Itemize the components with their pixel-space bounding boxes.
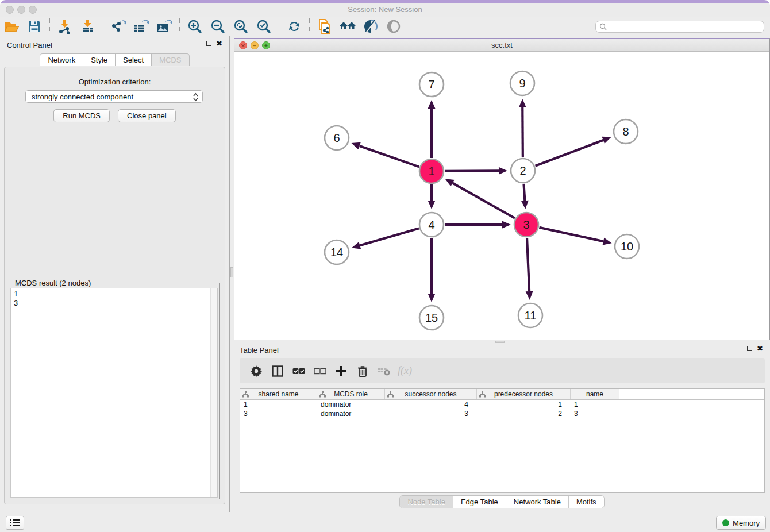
search-input[interactable] — [595, 21, 764, 33]
column-type-icon — [387, 391, 394, 398]
edge-arrowhead — [428, 201, 436, 209]
open-file-icon[interactable] — [0, 18, 23, 35]
tab-node-table[interactable]: Node Table — [400, 496, 453, 508]
memory-button[interactable]: Memory — [716, 516, 766, 530]
window-titlebar: Session: New Session — [0, 3, 770, 17]
zoom-in-icon[interactable] — [183, 18, 206, 35]
tab-select[interactable]: Select — [116, 53, 152, 66]
node-label: 4 — [428, 218, 434, 231]
vertical-splitter[interactable] — [230, 36, 234, 512]
select-all-columns-icon[interactable] — [288, 361, 309, 381]
edge-arrowhead — [526, 291, 533, 300]
memory-label: Memory — [733, 519, 760, 527]
export-table-icon[interactable] — [130, 18, 153, 35]
edge-arrowhead — [499, 167, 507, 175]
edge-2-9[interactable] — [522, 107, 523, 157]
network-canvas[interactable]: 7968124314101511 — [234, 52, 769, 340]
window-title: Session: New Session — [0, 5, 770, 14]
edge-4-14[interactable] — [360, 228, 419, 245]
column-header-shared-name[interactable]: shared name — [240, 389, 317, 399]
refresh-layout-icon[interactable] — [283, 18, 306, 35]
add-column-icon[interactable] — [330, 361, 352, 381]
mcds-result-line: 1 — [14, 290, 214, 299]
table-cell[interactable]: 1 — [477, 400, 571, 409]
edge-1-6[interactable] — [360, 146, 419, 167]
tab-network[interactable]: Network — [40, 53, 83, 66]
column-header-label: shared name — [258, 390, 298, 398]
edge-3-1[interactable] — [453, 183, 515, 218]
export-network-icon[interactable] — [107, 18, 130, 35]
table-panel: Table Panel ✖ — [234, 343, 770, 512]
column-type-icon — [479, 391, 486, 398]
table-cell[interactable]: 3 — [240, 409, 317, 418]
result-scrollbar[interactable] — [210, 288, 217, 497]
table-body: 1dominator4113dominator323 — [240, 400, 764, 418]
table-cell[interactable]: dominator — [317, 409, 385, 418]
tab-edge-table[interactable]: Edge Table — [453, 496, 506, 508]
network-window-titlebar[interactable]: ✕ − + scc.txt — [234, 39, 769, 52]
optimization-criterion-select[interactable]: strongly connected component — [25, 90, 203, 103]
edge-1-2[interactable] — [445, 171, 499, 171]
close-panel-icon[interactable]: ✖ — [757, 346, 763, 351]
table-cell[interactable]: 3 — [571, 409, 619, 418]
splitter-grip[interactable] — [230, 267, 233, 277]
table-cell[interactable]: 1 — [240, 400, 317, 409]
clone-network-icon[interactable] — [313, 18, 336, 35]
tab-mcds[interactable]: MCDS — [152, 53, 189, 66]
birds-eye-view-icon[interactable] — [382, 18, 405, 35]
network-home-icon[interactable] — [336, 18, 359, 35]
zoom-fit-icon[interactable] — [229, 18, 252, 35]
column-header-MCDS-role[interactable]: MCDS role — [317, 389, 385, 399]
close-panel-icon[interactable]: ✖ — [216, 41, 222, 46]
table-cell[interactable]: dominator — [317, 400, 385, 409]
show-columns-icon[interactable] — [267, 361, 288, 381]
table-row[interactable]: 3dominator323 — [240, 409, 764, 418]
table-cell[interactable]: 1 — [571, 400, 619, 409]
delete-columns-icon[interactable] — [352, 361, 373, 381]
apply-function-icon[interactable]: f(x) — [394, 361, 415, 381]
node-label: 6 — [333, 132, 340, 144]
save-session-icon[interactable] — [23, 18, 46, 35]
import-network-icon[interactable] — [53, 18, 76, 35]
close-panel-button[interactable]: Close panel — [118, 109, 176, 122]
node-table[interactable]: shared nameMCDS rolesuccessor nodesprede… — [240, 388, 765, 493]
unselect-all-columns-icon[interactable] — [309, 361, 330, 381]
float-panel-icon[interactable] — [206, 41, 211, 46]
tab-style[interactable]: Style — [83, 53, 116, 66]
edge-2-8[interactable] — [536, 140, 603, 166]
column-header-predecessor-nodes[interactable]: predecessor nodes — [477, 389, 571, 399]
column-type-icon — [319, 391, 326, 398]
fx-label: f(x) — [398, 365, 412, 377]
table-cell[interactable]: 4 — [385, 400, 477, 409]
node-label: 3 — [523, 218, 529, 231]
table-tabs: Node Table Edge Table Network Table Moti… — [234, 495, 770, 508]
edge-arrowhead — [351, 142, 360, 149]
table-settings-icon[interactable] — [245, 361, 267, 381]
column-header-successor-nodes[interactable]: successor nodes — [385, 389, 477, 399]
export-image-icon[interactable] — [153, 18, 176, 35]
import-table-icon[interactable] — [76, 18, 99, 35]
select-stepper-icon — [192, 92, 199, 102]
control-panel-title: Control Panel — [7, 41, 52, 49]
table-cell[interactable]: 2 — [477, 409, 571, 418]
node-label: 11 — [525, 309, 537, 322]
graphics-details-icon[interactable] — [359, 18, 382, 35]
table-cell[interactable]: 3 — [385, 409, 477, 418]
tab-motifs[interactable]: Motifs — [568, 496, 604, 508]
edge-3-10[interactable] — [539, 228, 603, 241]
column-header-label: predecessor nodes — [494, 390, 553, 398]
zoom-out-icon[interactable] — [206, 18, 229, 35]
edge-3-11[interactable] — [527, 238, 529, 291]
edge-2-3[interactable] — [523, 184, 525, 201]
task-history-button[interactable] — [6, 516, 24, 530]
tab-network-table[interactable]: Network Table — [506, 496, 568, 508]
node-label: 2 — [519, 164, 526, 177]
mcds-result-textarea[interactable]: 13 — [10, 288, 218, 498]
node-label: 8 — [622, 125, 629, 138]
float-panel-icon[interactable] — [747, 346, 752, 351]
column-header-name[interactable]: name — [571, 389, 619, 399]
zoom-selected-icon[interactable] — [252, 18, 275, 35]
delete-table-icon[interactable] — [373, 361, 394, 381]
run-mcds-button[interactable]: Run MCDS — [53, 109, 110, 122]
table-row[interactable]: 1dominator411 — [240, 400, 764, 409]
